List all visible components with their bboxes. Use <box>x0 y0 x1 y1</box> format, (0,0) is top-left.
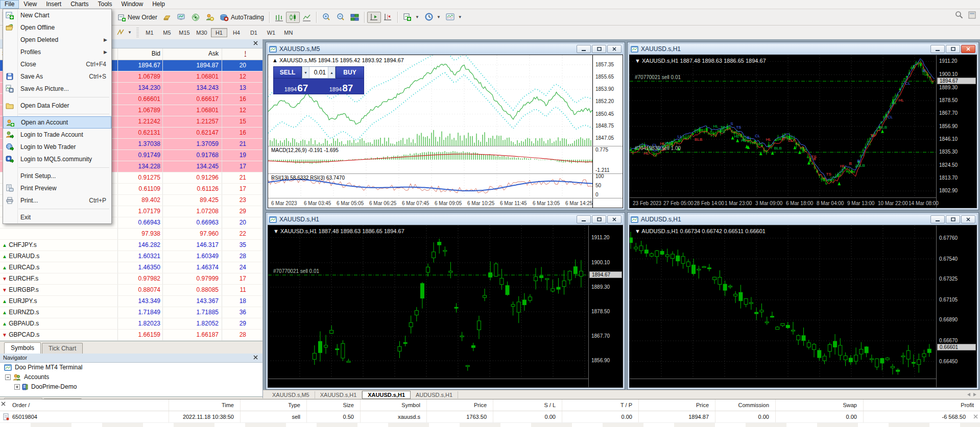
market-watch-row-euraud-s[interactable]: ▲ EURAUD.s1.603211.6034928 <box>0 251 262 262</box>
market-watch-row-eurnzd-s[interactable]: ▲ EURNZD.s1.718491.7188536 <box>0 307 262 318</box>
close-icon[interactable] <box>253 355 258 360</box>
volume-down-icon[interactable]: ▼ <box>302 67 309 78</box>
menu-view[interactable]: View <box>19 0 41 9</box>
market-watch-row-gbpaud-s[interactable]: ▲ GBPAUD.s1.820231.8205229 <box>0 318 262 330</box>
minimize-button[interactable] <box>930 215 945 223</box>
file-menu-item-exit[interactable]: Exit <box>3 211 111 223</box>
chart-area-audusd-h1[interactable]: ▼ AUDUSD.s,H1 0.66734 0.66742 0.66511 0.… <box>629 225 977 388</box>
menu-tools[interactable]: Tools <box>93 0 117 9</box>
file-menu-item-open-data-folder[interactable]: Open Data Folder <box>3 99 111 112</box>
file-menu-item-profiles[interactable]: Profiles▶ <box>3 46 111 58</box>
terminal-column-9[interactable]: Commission <box>715 399 769 411</box>
menu-insert[interactable]: Insert <box>41 0 66 9</box>
close-button[interactable] <box>961 45 975 53</box>
chart-area-xauusd-h1-top[interactable]: ▼ XAUUSD.s,H1 1887.48 1898.63 1886.65 18… <box>629 55 977 208</box>
terminal-column-6[interactable]: S / L <box>493 399 556 411</box>
chart-window-titlebar[interactable]: XAUUSD.s,H1 <box>267 214 624 225</box>
terminal-column-5[interactable]: Price <box>426 399 487 411</box>
chart-tab-xauusd-s-h1[interactable]: XAUUSD.s,H1 <box>315 391 363 398</box>
file-menu-item-print[interactable]: Print...Ctrl+P <box>3 194 111 207</box>
timeframe-m15[interactable]: M15 <box>176 28 193 37</box>
tab-symbols[interactable]: Symbols <box>4 342 41 354</box>
market-watch-row-eurcad-s[interactable]: ▲ EURCAD.s1.463501.4637424 <box>0 262 262 273</box>
minimize-button[interactable] <box>577 45 591 53</box>
timeframe-h1[interactable]: H1 <box>211 28 227 37</box>
gold-bar-icon[interactable] <box>160 12 174 23</box>
zoom-out-icon[interactable] <box>333 11 348 23</box>
chart-tab-audusd-s-h1[interactable]: AUDUSD.s,H1 <box>411 391 458 398</box>
terminal-column-3[interactable]: Size <box>306 399 354 411</box>
close-button[interactable] <box>961 215 975 223</box>
file-menu-item-open-deleted[interactable]: Open Deleted▶ <box>3 34 111 46</box>
close-icon[interactable] <box>253 41 258 46</box>
file-menu-item-save-as-picture[interactable]: Save As Picture... <box>3 83 111 95</box>
new-chart-dropdown[interactable]: ▼ <box>400 11 422 23</box>
timeframe-h4[interactable]: H4 <box>228 28 245 37</box>
terminal-column-11[interactable]: Profit <box>863 399 974 411</box>
workspace-icon[interactable] <box>968 11 976 19</box>
close-button[interactable] <box>607 215 622 223</box>
file-menu-item-save-as[interactable]: Save AsCtrl+S <box>3 70 111 83</box>
menu-window[interactable]: Window <box>117 0 148 9</box>
toolbar-grip[interactable] <box>136 28 139 38</box>
market-watch-row-gbpcad-s[interactable]: ▼ GBPCAD.s1.661591.6618728 <box>0 330 262 341</box>
chart-window-xauusd-m5[interactable]: XAUUSD.s,M5 ▲ XAUUSD.s,M5 1894.15 1895.4… <box>266 42 625 210</box>
buy-button[interactable]: BUY <box>336 66 364 79</box>
timeframe-m5[interactable]: M5 <box>159 28 175 37</box>
terminal-column-2[interactable]: Type <box>240 399 300 411</box>
expand-box-icon[interactable] <box>14 384 20 390</box>
terminal-column-7[interactable]: T / P <box>562 399 632 411</box>
signal-icon[interactable] <box>188 12 203 23</box>
buy-price[interactable]: 189487 <box>319 79 364 94</box>
file-menu-item-open-offline[interactable]: Open Offline <box>3 21 111 34</box>
terminal-column-4[interactable]: Symbol <box>360 399 420 411</box>
market-watch-row-eurjpy-s[interactable]: ▲ EURJPY.s143.349143.36718 <box>0 296 262 307</box>
crosshair-tool-dropdown[interactable]: ▼ <box>114 27 134 38</box>
new-order-button[interactable]: New Order <box>115 12 160 23</box>
chart-area-xauusd-h1-bottom[interactable]: ▼ XAUUSD.s,H1 1887.48 1898.63 1886.65 18… <box>268 225 623 388</box>
file-menu-item-print-setup[interactable]: Print Setup... <box>3 170 111 182</box>
close-button[interactable] <box>607 45 622 53</box>
minimize-button[interactable] <box>577 215 591 223</box>
periods-dropdown[interactable]: ▼ <box>422 11 443 23</box>
menu-file[interactable]: File <box>0 0 19 9</box>
line-chart-icon[interactable] <box>300 12 314 23</box>
terminal-column-10[interactable]: Swap <box>775 399 857 411</box>
monitor-chart-icon[interactable] <box>174 12 188 23</box>
sell-button[interactable]: SELL <box>273 66 302 79</box>
user-settings-icon[interactable] <box>203 12 217 23</box>
timeframe-d1[interactable]: D1 <box>246 28 262 37</box>
terminal-header[interactable]: Order /TimeTypeSizeSymbolPriceS / LT / P… <box>0 399 980 411</box>
restore-button[interactable] <box>946 215 960 223</box>
volume-value[interactable]: 0.01 <box>309 69 328 76</box>
minimize-button[interactable] <box>930 45 945 53</box>
collapse-box-icon[interactable] <box>5 374 11 380</box>
autotrading-button[interactable]: AutoTrading <box>217 12 267 23</box>
chart-window-audusd-h1[interactable]: AUDUSD.s,H1 ▼ AUDUSD.s,H1 0.66734 0.6674… <box>627 212 979 390</box>
file-menu-item-login-to-mql5-community[interactable]: Login to MQL5.community <box>3 153 111 165</box>
file-menu-item-print-preview[interactable]: Print Preview <box>3 182 111 194</box>
close-position-icon[interactable] <box>973 414 978 419</box>
chart-window-titlebar[interactable]: XAUUSD.s,M5 <box>267 43 624 55</box>
bar-chart-icon[interactable] <box>272 12 286 23</box>
volume-up-icon[interactable]: ▲ <box>328 67 335 78</box>
menu-help[interactable]: Help <box>148 0 170 9</box>
file-menu-item-login-to-web-trader[interactable]: Login to Web Trader <box>3 141 111 153</box>
timeframe-w1[interactable]: W1 <box>263 28 279 37</box>
navigator-titlebar[interactable]: Navigator <box>0 354 262 363</box>
timeframe-m1[interactable]: M1 <box>141 28 158 37</box>
tile-windows-icon[interactable] <box>348 12 362 23</box>
navigator-item-doo-prime-mt4-terminal[interactable]: Doo Prime MT4 Terminal <box>0 363 262 372</box>
file-menu-item-open-an-account[interactable]: Open an Account <box>3 116 111 129</box>
terminal-column-8[interactable]: Price <box>638 399 709 411</box>
navigator-item-accounts[interactable]: Accounts <box>0 372 262 382</box>
restore-button[interactable] <box>592 45 606 53</box>
market-watch-row-eurgbp-s[interactable]: ▼ EURGBP.s0.880740.8808511 <box>0 285 262 296</box>
chart-area-xauusd-m5[interactable]: ▲ XAUUSD.s,M5 1894.15 1895.42 1893.92 18… <box>268 55 623 208</box>
menu-charts[interactable]: Charts <box>66 0 93 9</box>
autoscroll-icon[interactable] <box>367 12 381 23</box>
file-menu-item-login-to-trade-account[interactable]: Login to Trade Account <box>3 129 111 141</box>
market-watch-row-chfjpy-s[interactable]: ▲ CHFJPY.s146.282146.31735 <box>0 240 262 251</box>
sell-price[interactable]: 189467 <box>274 79 319 94</box>
chart-window-titlebar[interactable]: XAUUSD.s,H1 <box>629 43 977 55</box>
